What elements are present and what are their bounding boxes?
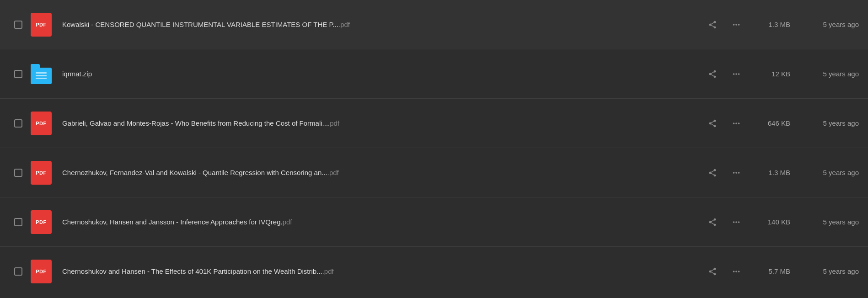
file-checkbox[interactable] [14, 218, 22, 226]
pdf-icon: PDF [31, 161, 52, 185]
more-options-button[interactable] [728, 115, 745, 132]
more-options-button[interactable] [728, 214, 745, 230]
share-button[interactable] [704, 165, 721, 181]
file-icon-area: PDF [27, 13, 55, 37]
more-options-button[interactable] [728, 66, 745, 82]
file-name: Chernoshukov and Hansen - The Effects of… [62, 267, 322, 275]
file-size: 646 KB [749, 119, 790, 127]
checkbox-area [9, 169, 27, 177]
table-row[interactable]: PDFChernoshukov, Hansen and Jansson - In… [0, 197, 868, 247]
table-row[interactable]: PDFChernozhukov, Fernandez-Val and Kowal… [0, 148, 868, 197]
file-extension: .pdf [338, 21, 350, 28]
pdf-icon: PDF [31, 13, 52, 37]
file-name-area: Gabrieli, Galvao and Montes-Rojas - Who … [62, 119, 695, 127]
file-name-area: Chernozhukov, Fernandez-Val and Kowalski… [62, 169, 695, 176]
file-checkbox[interactable] [14, 267, 22, 276]
actions-area [704, 16, 745, 33]
table-row[interactable]: PDFGabrieli, Galvao and Montes-Rojas - W… [0, 99, 868, 148]
share-button[interactable] [704, 66, 721, 82]
file-name: iqrmat.zip [62, 70, 92, 78]
table-row[interactable]: PDFChernoshukov and Hansen - The Effects… [0, 247, 868, 296]
file-date: 5 years ago [795, 21, 859, 28]
file-date: 5 years ago [795, 267, 859, 275]
file-name-area: Chernoshukov, Hansen and Jansson - Infer… [62, 218, 695, 226]
file-icon-area [27, 64, 55, 84]
file-name: Kowalski - CENSORED QUANTILE INSTRUMENTA… [62, 21, 338, 28]
file-checkbox[interactable] [14, 21, 22, 29]
checkbox-area [9, 267, 27, 276]
file-size: 12 KB [749, 70, 790, 78]
file-icon-area: PDF [27, 210, 55, 234]
file-name-area: Kowalski - CENSORED QUANTILE INSTRUMENTA… [62, 21, 695, 28]
file-extension: pdf [283, 218, 292, 226]
more-options-button[interactable] [728, 263, 745, 280]
file-checkbox[interactable] [14, 70, 22, 78]
file-date: 5 years ago [795, 70, 859, 78]
file-list: PDFKowalski - CENSORED QUANTILE INSTRUME… [0, 0, 868, 296]
actions-area [704, 214, 745, 230]
checkbox-area [9, 70, 27, 78]
actions-area [704, 165, 745, 181]
file-size: 1.3 MB [749, 169, 790, 176]
share-button[interactable] [704, 115, 721, 132]
file-size: 140 KB [749, 218, 790, 226]
file-extension: pdf [330, 119, 339, 127]
zip-folder-icon [31, 64, 52, 84]
file-checkbox[interactable] [14, 169, 22, 177]
file-name-area: Chernoshukov and Hansen - The Effects of… [62, 267, 695, 275]
pdf-icon: PDF [31, 260, 52, 283]
actions-area [704, 115, 745, 132]
file-date: 5 years ago [795, 218, 859, 226]
file-icon-area: PDF [27, 112, 55, 135]
table-row[interactable]: PDFKowalski - CENSORED QUANTILE INSTRUME… [0, 0, 868, 49]
checkbox-area [9, 119, 27, 128]
file-date: 5 years ago [795, 119, 859, 127]
pdf-icon: PDF [31, 112, 52, 135]
file-extension: .pdf [322, 267, 334, 275]
share-button[interactable] [704, 214, 721, 230]
checkbox-area [9, 218, 27, 226]
file-name-area: iqrmat.zip [62, 70, 695, 78]
file-checkbox[interactable] [14, 119, 22, 128]
file-size: 5.7 MB [749, 267, 790, 275]
more-options-button[interactable] [728, 165, 745, 181]
actions-area [704, 263, 745, 280]
table-row[interactable]: iqrmat.zip 12 KB5 years ago [0, 49, 868, 99]
file-size: 1.3 MB [749, 21, 790, 28]
more-options-button[interactable] [728, 16, 745, 33]
pdf-icon: PDF [31, 210, 52, 234]
checkbox-area [9, 21, 27, 29]
share-button[interactable] [704, 16, 721, 33]
file-name: Chernozhukov, Fernandez-Val and Kowalski… [62, 169, 327, 176]
file-extension: .pdf [327, 169, 339, 176]
file-icon-area: PDF [27, 161, 55, 185]
actions-area [704, 66, 745, 82]
file-icon-area: PDF [27, 260, 55, 283]
file-name: Chernoshukov, Hansen and Jansson - Infer… [62, 218, 283, 226]
share-button[interactable] [704, 263, 721, 280]
file-date: 5 years ago [795, 169, 859, 176]
file-name: Gabrieli, Galvao and Montes-Rojas - Who … [62, 119, 330, 127]
